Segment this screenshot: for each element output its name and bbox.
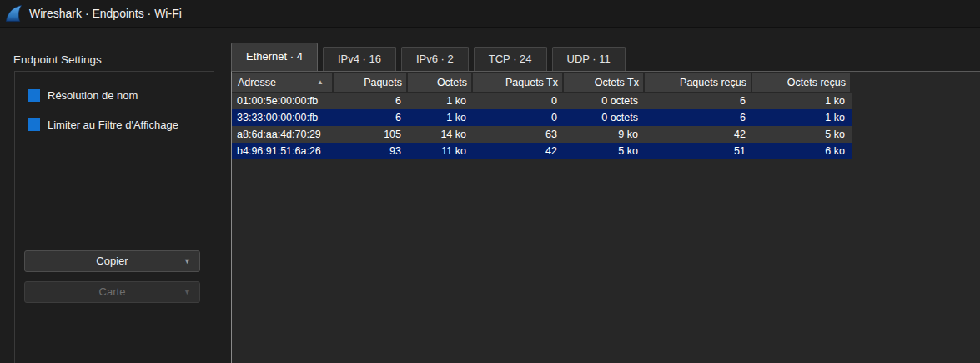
copy-button-label: Copier xyxy=(96,255,128,267)
endpoint-settings-heading: Endpoint Settings xyxy=(13,53,102,66)
map-button-label: Carte xyxy=(99,285,126,298)
table-row[interactable]: 33:33:00:00:00:fb 6 1 ko 0 0 octets 6 1 … xyxy=(232,109,852,126)
map-button: Carte ▼ xyxy=(24,281,200,303)
protocol-tab-bar: Ethernet · 4 IPv4 · 16 IPv6 · 2 TCP · 24… xyxy=(231,43,626,71)
sort-asc-icon: ▲ xyxy=(317,73,324,92)
tab-ipv4[interactable]: IPv4 · 16 xyxy=(323,47,396,71)
checkbox-icon[interactable] xyxy=(28,89,40,102)
endpoints-table: Adresse ▲ Paquets Octets Paquets Tx Octe… xyxy=(231,71,980,363)
tab-tcp[interactable]: TCP · 24 xyxy=(474,47,547,71)
title-bar: Wireshark · Endpoints · Wi-Fi xyxy=(0,0,980,28)
column-header-paquets-recus[interactable]: Paquets reçus xyxy=(645,73,752,92)
table-row[interactable]: a8:6d:aa:4d:70:29 105 14 ko 63 9 ko 42 5… xyxy=(232,126,852,143)
copy-button[interactable]: Copier ▼ xyxy=(24,250,200,272)
column-header-paquets-tx[interactable]: Paquets Tx xyxy=(473,73,564,92)
limit-display-filter-checkbox-row[interactable]: Limiter au Filtre d'Affichage xyxy=(28,118,178,131)
column-header-octets[interactable]: Octets xyxy=(408,73,473,92)
name-resolution-checkbox-row[interactable]: Résolution de nom xyxy=(28,88,138,102)
column-header-octets-tx[interactable]: Octets Tx xyxy=(564,73,645,92)
tab-udp[interactable]: UDP · 11 xyxy=(552,47,626,71)
tab-ethernet[interactable]: Ethernet · 4 xyxy=(231,43,318,71)
limit-display-filter-label: Limiter au Filtre d'Affichage xyxy=(48,118,178,131)
wireshark-logo-icon xyxy=(4,4,23,23)
window-title: Wireshark · Endpoints · Wi-Fi xyxy=(29,7,182,20)
column-header-adresse[interactable]: Adresse ▲ xyxy=(232,73,334,92)
chevron-down-icon[interactable]: ▼ xyxy=(183,251,191,271)
endpoint-settings-groupbox xyxy=(14,71,214,363)
table-row[interactable]: b4:96:91:51:6a:26 93 11 ko 42 5 ko 51 6 … xyxy=(232,143,852,159)
chevron-down-icon: ▼ xyxy=(183,282,191,302)
table-row[interactable]: 01:00:5e:00:00:fb 6 1 ko 0 0 octets 6 1 … xyxy=(232,93,852,109)
table-header-row: Adresse ▲ Paquets Octets Paquets Tx Octe… xyxy=(232,73,852,92)
column-header-octets-recus[interactable]: Octets reçus xyxy=(752,73,852,92)
checkbox-icon[interactable] xyxy=(28,118,40,131)
tab-ipv6[interactable]: IPv6 · 2 xyxy=(401,47,469,71)
name-resolution-label: Résolution de nom xyxy=(48,89,138,102)
column-header-paquets[interactable]: Paquets xyxy=(334,73,408,92)
